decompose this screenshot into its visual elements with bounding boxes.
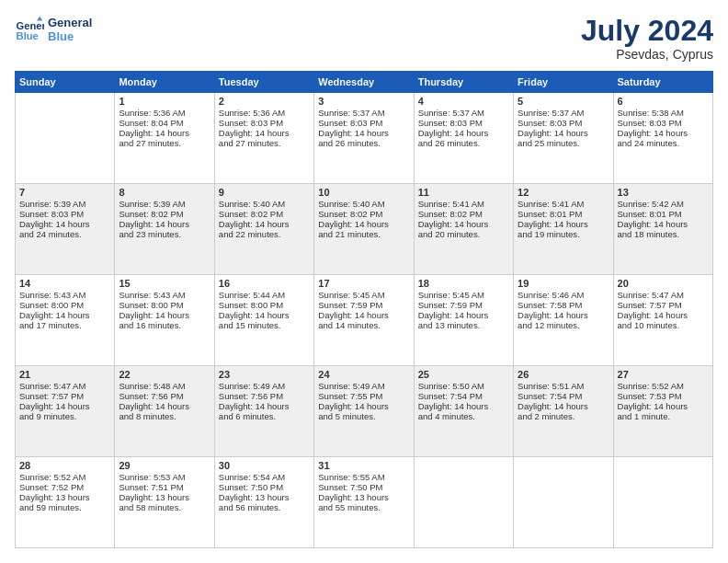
day-info-line: Sunrise: 5:37 AM	[518, 108, 609, 118]
svg-text:General: General	[17, 20, 44, 31]
calendar-cell: 8Sunrise: 5:39 AMSunset: 8:02 PMDaylight…	[115, 184, 214, 275]
day-info-line: Sunset: 7:58 PM	[518, 300, 609, 310]
day-info-line: Sunset: 8:00 PM	[19, 300, 110, 310]
col-sunday: Sunday	[16, 72, 115, 93]
day-number: 14	[19, 278, 110, 289]
day-number: 19	[518, 278, 609, 289]
calendar-cell	[514, 457, 613, 548]
day-info-line: Sunset: 7:52 PM	[19, 482, 110, 492]
day-info-line: Daylight: 13 hours	[219, 492, 310, 502]
day-info-line: Sunset: 8:03 PM	[418, 118, 509, 128]
calendar-cell: 2Sunrise: 5:36 AMSunset: 8:03 PMDaylight…	[214, 93, 313, 184]
calendar-week-4: 21Sunrise: 5:47 AMSunset: 7:57 PMDayligh…	[16, 366, 713, 457]
day-info-line: and 24 minutes.	[618, 138, 709, 148]
day-info-line: and 16 minutes.	[119, 320, 210, 330]
day-info-line: and 55 minutes.	[318, 502, 409, 512]
day-info-line: Daylight: 14 hours	[219, 128, 310, 138]
day-info-line: Daylight: 14 hours	[19, 219, 110, 229]
day-info-line: Daylight: 14 hours	[518, 219, 609, 229]
day-info-line: Sunrise: 5:55 AM	[318, 472, 409, 482]
day-info-line: Sunset: 7:54 PM	[418, 391, 509, 401]
day-info-line: Daylight: 14 hours	[518, 401, 609, 411]
day-info-line: Daylight: 14 hours	[418, 310, 509, 320]
calendar-cell: 22Sunrise: 5:48 AMSunset: 7:56 PMDayligh…	[115, 366, 214, 457]
day-info-line: Sunset: 7:50 PM	[318, 482, 409, 492]
day-info-line: Sunset: 8:03 PM	[518, 118, 609, 128]
day-info-line: Sunrise: 5:53 AM	[119, 472, 210, 482]
day-number: 28	[19, 460, 110, 471]
day-number: 7	[19, 187, 110, 198]
calendar-cell: 14Sunrise: 5:43 AMSunset: 8:00 PMDayligh…	[16, 275, 115, 366]
day-info-line: Daylight: 14 hours	[19, 401, 110, 411]
day-number: 24	[318, 369, 409, 380]
day-info-line: and 26 minutes.	[418, 138, 509, 148]
calendar-cell: 17Sunrise: 5:45 AMSunset: 7:59 PMDayligh…	[314, 275, 414, 366]
calendar-cell: 16Sunrise: 5:44 AMSunset: 8:00 PMDayligh…	[214, 275, 313, 366]
logo-general: General	[48, 16, 92, 29]
day-info-line: Sunset: 7:57 PM	[618, 300, 709, 310]
day-number: 25	[418, 369, 509, 380]
day-number: 21	[19, 369, 110, 380]
logo: General Blue General Blue	[15, 15, 92, 44]
day-info-line: Sunset: 8:02 PM	[418, 209, 509, 219]
day-info-line: Sunrise: 5:45 AM	[418, 290, 509, 300]
location: Psevdas, Cyprus	[581, 47, 713, 62]
calendar-cell: 5Sunrise: 5:37 AMSunset: 8:03 PMDaylight…	[514, 93, 613, 184]
calendar-cell: 29Sunrise: 5:53 AMSunset: 7:51 PMDayligh…	[115, 457, 214, 548]
day-info-line: and 20 minutes.	[418, 229, 509, 239]
calendar-cell: 1Sunrise: 5:36 AMSunset: 8:04 PMDaylight…	[115, 93, 214, 184]
day-info-line: Sunrise: 5:47 AM	[618, 290, 709, 300]
day-info-line: Sunset: 7:50 PM	[219, 482, 310, 492]
calendar-header-row: Sunday Monday Tuesday Wednesday Thursday…	[16, 72, 713, 93]
calendar-cell: 18Sunrise: 5:45 AMSunset: 7:59 PMDayligh…	[414, 275, 513, 366]
calendar-cell: 15Sunrise: 5:43 AMSunset: 8:00 PMDayligh…	[115, 275, 214, 366]
day-info-line: Sunrise: 5:39 AM	[119, 199, 210, 209]
day-info-line: Sunset: 8:02 PM	[119, 209, 210, 219]
day-number: 15	[119, 278, 210, 289]
day-info-line: Sunrise: 5:42 AM	[618, 199, 709, 209]
calendar-cell: 24Sunrise: 5:49 AMSunset: 7:55 PMDayligh…	[314, 366, 414, 457]
calendar-cell: 11Sunrise: 5:41 AMSunset: 8:02 PMDayligh…	[414, 184, 513, 275]
day-info-line: Sunrise: 5:45 AM	[318, 290, 409, 300]
calendar-cell: 31Sunrise: 5:55 AMSunset: 7:50 PMDayligh…	[314, 457, 414, 548]
day-number: 17	[318, 278, 409, 289]
day-number: 4	[418, 96, 509, 107]
day-info-line: Sunset: 8:00 PM	[119, 300, 210, 310]
day-number: 2	[219, 96, 310, 107]
day-info-line: and 14 minutes.	[318, 320, 409, 330]
day-number: 5	[518, 96, 609, 107]
day-number: 16	[219, 278, 310, 289]
day-number: 20	[618, 278, 709, 289]
day-info-line: Daylight: 14 hours	[418, 401, 509, 411]
day-info-line: and 25 minutes.	[518, 138, 609, 148]
day-info-line: and 26 minutes.	[318, 138, 409, 148]
day-info-line: Daylight: 13 hours	[119, 492, 210, 502]
calendar-week-3: 14Sunrise: 5:43 AMSunset: 8:00 PMDayligh…	[16, 275, 713, 366]
day-number: 22	[119, 369, 210, 380]
day-info-line: Daylight: 14 hours	[318, 401, 409, 411]
day-info-line: and 10 minutes.	[618, 320, 709, 330]
day-info-line: Sunset: 8:01 PM	[518, 209, 609, 219]
calendar-cell: 19Sunrise: 5:46 AMSunset: 7:58 PMDayligh…	[514, 275, 613, 366]
calendar-cell: 28Sunrise: 5:52 AMSunset: 7:52 PMDayligh…	[16, 457, 115, 548]
day-info-line: Sunrise: 5:52 AM	[618, 381, 709, 391]
day-info-line: and 56 minutes.	[219, 502, 310, 512]
day-info-line: Sunset: 7:57 PM	[19, 391, 110, 401]
day-info-line: Sunrise: 5:47 AM	[19, 381, 110, 391]
day-info-line: Sunrise: 5:50 AM	[418, 381, 509, 391]
day-info-line: Sunset: 7:56 PM	[119, 391, 210, 401]
calendar-cell: 12Sunrise: 5:41 AMSunset: 8:01 PMDayligh…	[514, 184, 613, 275]
calendar-cell: 6Sunrise: 5:38 AMSunset: 8:03 PMDaylight…	[613, 93, 712, 184]
day-number: 9	[219, 187, 310, 198]
day-info-line: Daylight: 14 hours	[119, 310, 210, 320]
calendar-cell	[16, 93, 115, 184]
day-info-line: Sunrise: 5:40 AM	[318, 199, 409, 209]
day-info-line: Daylight: 14 hours	[119, 219, 210, 229]
day-info-line: Daylight: 13 hours	[19, 492, 110, 502]
day-number: 18	[418, 278, 509, 289]
day-info-line: Daylight: 14 hours	[518, 128, 609, 138]
day-info-line: Sunrise: 5:44 AM	[219, 290, 310, 300]
day-info-line: Sunrise: 5:37 AM	[318, 108, 409, 118]
day-info-line: and 6 minutes.	[219, 411, 310, 421]
calendar-cell: 9Sunrise: 5:40 AMSunset: 8:02 PMDaylight…	[214, 184, 313, 275]
